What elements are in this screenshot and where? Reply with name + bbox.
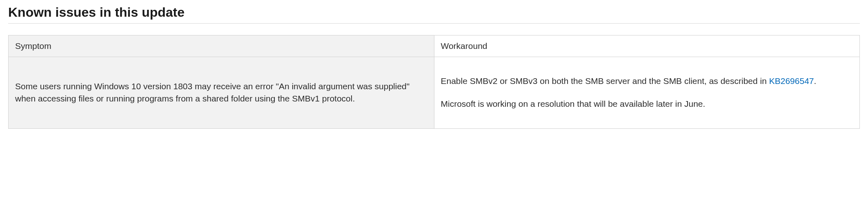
table-row: Some users running Windows 10 version 18…	[9, 57, 860, 129]
symptom-text: Some users running Windows 10 version 18…	[15, 80, 427, 105]
workaround-cell: Enable SMBv2 or SMBv3 on both the SMB se…	[434, 57, 860, 129]
table-header-row: Symptom Workaround	[9, 35, 860, 57]
known-issues-table: Symptom Workaround Some users running Wi…	[8, 35, 860, 129]
column-header-workaround: Workaround	[434, 35, 860, 57]
workaround-text-before-link: Enable SMBv2 or SMBv3 on both the SMB se…	[441, 76, 769, 86]
workaround-text-after-link: .	[814, 76, 817, 86]
kb-link[interactable]: KB2696547	[769, 76, 814, 86]
workaround-paragraph-2: Microsoft is working on a resolution tha…	[441, 98, 853, 110]
column-header-symptom: Symptom	[9, 35, 434, 57]
section-heading: Known issues in this update	[8, 5, 860, 24]
workaround-paragraph-1: Enable SMBv2 or SMBv3 on both the SMB se…	[441, 75, 853, 87]
symptom-cell: Some users running Windows 10 version 18…	[9, 57, 434, 129]
